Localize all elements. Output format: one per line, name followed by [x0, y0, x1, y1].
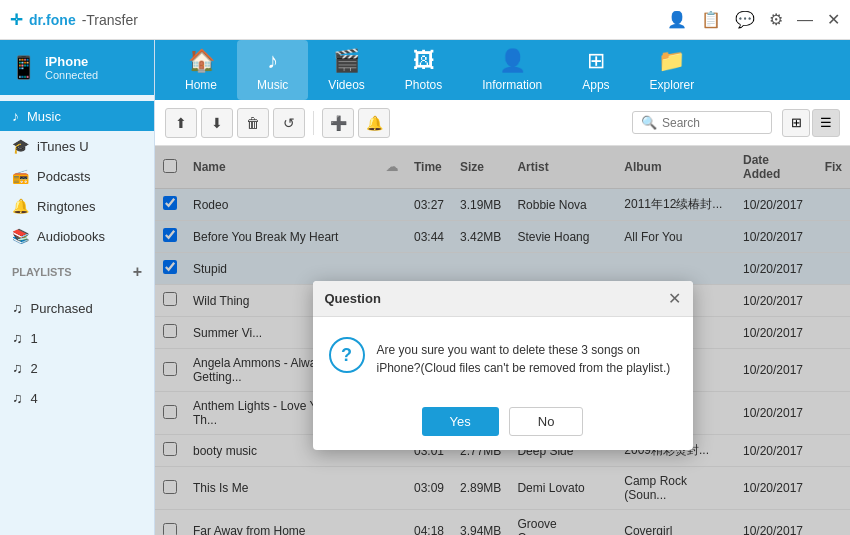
- app-logo: ✛: [10, 11, 23, 29]
- nav-home[interactable]: 🏠 Home: [165, 40, 237, 100]
- videos-nav-icon: 🎬: [333, 48, 360, 74]
- sidebar-item-itunes-u-label: iTunes U: [37, 139, 89, 154]
- add-playlist-button[interactable]: +: [133, 263, 142, 281]
- view-toggle: ⊞ ☰: [782, 109, 840, 137]
- refresh-button[interactable]: ↺: [273, 108, 305, 138]
- title-bar-right: 👤 📋 💬 ⚙ — ✕: [667, 10, 840, 29]
- sidebar-item-playlist-4[interactable]: ♫ 4: [0, 383, 154, 413]
- home-nav-icon: 🏠: [188, 48, 215, 74]
- add-button[interactable]: ➕: [322, 108, 354, 138]
- audiobooks-icon: 📚: [12, 228, 29, 244]
- dialog-body: ? Are you sure you want to delete these …: [313, 317, 693, 397]
- ringtones-icon: 🔔: [12, 198, 29, 214]
- notification-button[interactable]: 🔔: [358, 108, 390, 138]
- minimize-icon[interactable]: —: [797, 11, 813, 29]
- title-bar: ✛ dr.fone -Transfer 👤 📋 💬 ⚙ — ✕: [0, 0, 850, 40]
- playlist-icon-1: ♫: [12, 330, 23, 346]
- toolbar: ⬆ ⬇ 🗑 ↺ ➕ 🔔 🔍 ⊞ ☰: [155, 100, 850, 146]
- sidebar-item-audiobooks-label: Audiobooks: [37, 229, 105, 244]
- sidebar-item-purchased[interactable]: ♫ Purchased: [0, 293, 154, 323]
- sidebar-item-podcasts-label: Podcasts: [37, 169, 90, 184]
- dialog-footer: Yes No: [313, 397, 693, 450]
- sidebar-item-purchased-label: Purchased: [31, 301, 93, 316]
- explorer-nav-icon: 📁: [658, 48, 685, 74]
- sidebar-section-library: ♪ Music 🎓 iTunes U 📻 Podcasts 🔔 Ringtone…: [0, 95, 154, 257]
- nav-music[interactable]: ♪ Music: [237, 40, 308, 100]
- import-button[interactable]: ⬆: [165, 108, 197, 138]
- apps-nav-label: Apps: [582, 78, 609, 92]
- playlist-icon-2: ♫: [12, 360, 23, 376]
- apps-nav-icon: ⊞: [587, 48, 605, 74]
- device-header: 📱 iPhone Connected: [0, 40, 154, 95]
- close-icon[interactable]: ✕: [827, 10, 840, 29]
- top-nav: 🏠 Home ♪ Music 🎬 Videos 🖼 Photos 👤 Infor…: [155, 40, 850, 100]
- device-icon: 📱: [10, 55, 37, 81]
- dialog-yes-button[interactable]: Yes: [422, 407, 499, 436]
- dialog-title: Question: [325, 291, 381, 306]
- chat-icon[interactable]: 💬: [735, 10, 755, 29]
- dialog-header: Question ✕: [313, 281, 693, 317]
- sidebar-item-music-label: Music: [27, 109, 61, 124]
- playlists-label: PLAYLISTS: [12, 266, 72, 278]
- question-icon: ?: [329, 337, 365, 373]
- toolbar-separator: [313, 111, 314, 135]
- sidebar-item-ringtones-label: Ringtones: [37, 199, 96, 214]
- sidebar-item-podcasts[interactable]: 📻 Podcasts: [0, 161, 154, 191]
- home-nav-label: Home: [185, 78, 217, 92]
- nav-explorer[interactable]: 📁 Explorer: [630, 40, 715, 100]
- playlists-header: PLAYLISTS +: [0, 257, 154, 287]
- table-container: Name ☁ Time Size Artist Album Date Added…: [155, 146, 850, 535]
- sidebar-item-playlist-4-label: 4: [31, 391, 38, 406]
- information-nav-label: Information: [482, 78, 542, 92]
- search-icon: 🔍: [641, 115, 657, 130]
- main-container: 📱 iPhone Connected ♪ Music 🎓 iTunes U 📻 …: [0, 40, 850, 535]
- dialog: Question ✕ ? Are you sure you want to de…: [313, 281, 693, 450]
- right-area: 🏠 Home ♪ Music 🎬 Videos 🖼 Photos 👤 Infor…: [155, 40, 850, 535]
- sidebar-item-playlist-2-label: 2: [31, 361, 38, 376]
- search-box: 🔍: [632, 111, 772, 134]
- sidebar-item-music[interactable]: ♪ Music: [0, 101, 154, 131]
- sidebar-item-audiobooks[interactable]: 📚 Audiobooks: [0, 221, 154, 251]
- music-icon: ♪: [12, 108, 19, 124]
- device-name: iPhone: [45, 54, 98, 69]
- information-nav-icon: 👤: [499, 48, 526, 74]
- library-icon[interactable]: 📋: [701, 10, 721, 29]
- nav-photos[interactable]: 🖼 Photos: [385, 40, 462, 100]
- playlist-icon-purchased: ♫: [12, 300, 23, 316]
- sidebar-section-playlists: ♫ Purchased ♫ 1 ♫ 2 ♫ 4: [0, 287, 154, 419]
- settings-icon[interactable]: ⚙: [769, 10, 783, 29]
- playlist-icon-4: ♫: [12, 390, 23, 406]
- photos-nav-icon: 🖼: [413, 48, 435, 74]
- nav-videos[interactable]: 🎬 Videos: [308, 40, 384, 100]
- sidebar-item-ringtones[interactable]: 🔔 Ringtones: [0, 191, 154, 221]
- export-button[interactable]: ⬇: [201, 108, 233, 138]
- sidebar-item-itunes-u[interactable]: 🎓 iTunes U: [0, 131, 154, 161]
- delete-button[interactable]: 🗑: [237, 108, 269, 138]
- photos-nav-label: Photos: [405, 78, 442, 92]
- title-bar-left: ✛ dr.fone -Transfer: [10, 11, 138, 29]
- dialog-no-button[interactable]: No: [509, 407, 584, 436]
- sidebar-item-playlist-1-label: 1: [31, 331, 38, 346]
- device-info: iPhone Connected: [45, 54, 98, 81]
- content-area: ⬆ ⬇ 🗑 ↺ ➕ 🔔 🔍 ⊞ ☰: [155, 100, 850, 535]
- music-nav-icon: ♪: [267, 48, 278, 74]
- user-icon[interactable]: 👤: [667, 10, 687, 29]
- dialog-close-button[interactable]: ✕: [668, 289, 681, 308]
- nav-apps[interactable]: ⊞ Apps: [562, 40, 629, 100]
- dialog-overlay: Question ✕ ? Are you sure you want to de…: [155, 146, 850, 535]
- app-name: dr.fone: [29, 12, 76, 28]
- sidebar: 📱 iPhone Connected ♪ Music 🎓 iTunes U 📻 …: [0, 40, 155, 535]
- sidebar-item-playlist-2[interactable]: ♫ 2: [0, 353, 154, 383]
- nav-information[interactable]: 👤 Information: [462, 40, 562, 100]
- explorer-nav-label: Explorer: [650, 78, 695, 92]
- sidebar-item-playlist-1[interactable]: ♫ 1: [0, 323, 154, 353]
- search-input[interactable]: [662, 116, 763, 130]
- music-nav-label: Music: [257, 78, 288, 92]
- app-subtitle: -Transfer: [82, 12, 138, 28]
- list-view-button[interactable]: ☰: [812, 109, 840, 137]
- device-status: Connected: [45, 69, 98, 81]
- dialog-message: Are you sure you want to delete these 3 …: [377, 337, 677, 377]
- podcasts-icon: 📻: [12, 168, 29, 184]
- itunes-u-icon: 🎓: [12, 138, 29, 154]
- grid-view-button[interactable]: ⊞: [782, 109, 810, 137]
